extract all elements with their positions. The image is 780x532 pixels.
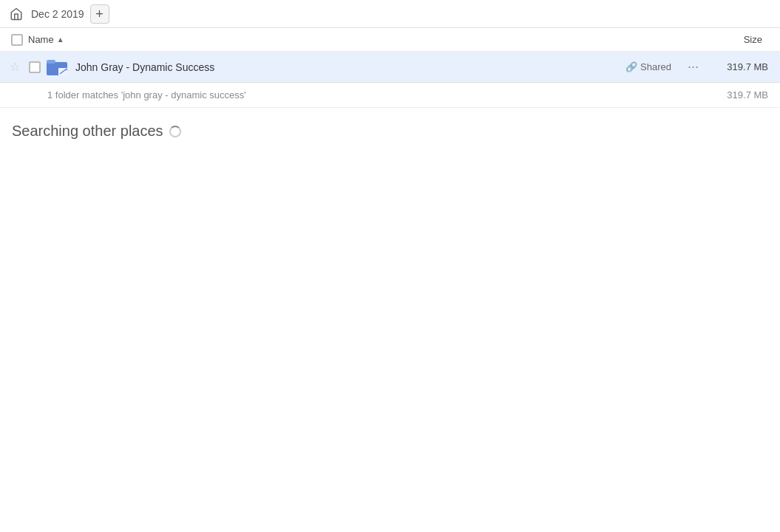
home-button[interactable]	[7, 5, 25, 23]
file-name: John Gray - Dynamic Success	[75, 61, 625, 73]
row-checkbox[interactable]	[24, 61, 46, 73]
more-options-button[interactable]: ···	[683, 58, 703, 76]
match-size: 319.7 MB	[727, 89, 774, 100]
breadcrumb-date[interactable]: Dec 2 2019	[31, 8, 84, 20]
column-name-label: Name	[28, 34, 54, 45]
match-text: 1 folder matches 'john gray - dynamic su…	[47, 89, 246, 100]
file-row[interactable]: ☆ John Gray - Dynamic Success 🔗 Shared ·…	[0, 52, 780, 83]
file-size: 319.7 MB	[715, 61, 774, 72]
column-headers: Name ▲ Size	[0, 28, 780, 52]
sort-arrow-icon: ▲	[57, 35, 64, 44]
top-bar: Dec 2 2019 +	[0, 0, 780, 28]
loading-spinner	[169, 126, 181, 137]
match-summary: 1 folder matches 'john gray - dynamic su…	[0, 83, 780, 108]
column-size-label: Size	[744, 34, 762, 45]
svg-rect-1	[47, 60, 55, 64]
column-size-header[interactable]: Size	[700, 34, 774, 45]
folder-icon	[47, 58, 69, 77]
shared-label: Shared	[640, 61, 671, 72]
searching-title-text: Searching other places	[12, 123, 163, 140]
link-icon: 🔗	[625, 61, 637, 72]
folder-icon-wrap	[46, 55, 69, 79]
column-name-header[interactable]: Name ▲	[28, 34, 700, 45]
shared-badge: 🔗 Shared	[625, 61, 671, 72]
add-button[interactable]: +	[90, 4, 109, 24]
star-button[interactable]: ☆	[6, 60, 24, 74]
checkbox-all[interactable]	[11, 34, 23, 46]
select-all-checkbox[interactable]	[6, 34, 28, 46]
star-icon: ☆	[10, 60, 20, 74]
searching-section: Searching other places	[0, 108, 780, 154]
searching-title: Searching other places	[12, 123, 768, 140]
